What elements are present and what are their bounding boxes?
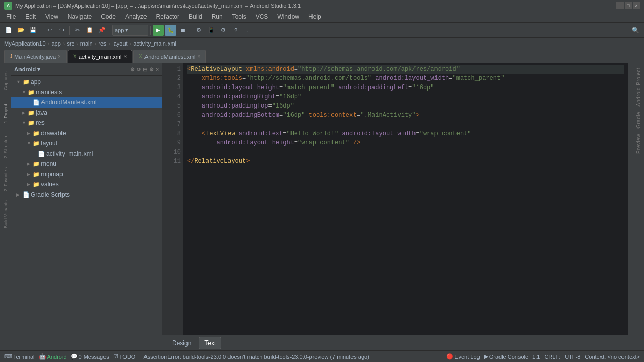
toolbar-extra-btn[interactable]: … (242, 25, 254, 36)
menu-run[interactable]: Run (207, 12, 227, 22)
help-btn[interactable]: ? (230, 25, 241, 36)
toolbar-sep2 (69, 26, 70, 35)
tab-activity-main-xml[interactable]: X activity_main.xml × (68, 50, 132, 63)
menu-analyze[interactable]: Analyze (121, 12, 151, 22)
gradle-panel-btn[interactable]: Gradle (635, 110, 642, 131)
android-panel-btn[interactable]: 🤖 Android (39, 353, 67, 360)
text-tab[interactable]: Text (199, 337, 221, 349)
tree-item-values[interactable]: ▶ 📁 values (11, 179, 162, 189)
code-line-9: android:layout_height="wrap_content" /> (187, 138, 624, 147)
sidebar-settings-icon[interactable]: ⚙ (149, 67, 154, 72)
tree-item-drawable[interactable]: ▶ 📁 drawable (11, 128, 162, 138)
settings-btn[interactable]: ⚙ (218, 25, 229, 36)
menu-view[interactable]: View (41, 12, 63, 22)
tree-item-gradle-scripts[interactable]: ▶ 📄 Gradle Scripts (11, 189, 162, 200)
menu-file[interactable]: File (2, 12, 20, 22)
code-editor[interactable]: <RelativeLayout xmlns:android="http://sc… (183, 63, 628, 335)
tree-item-menu[interactable]: ▶ 📁 menu (11, 159, 162, 169)
toolbar-open-btn[interactable]: 📂 (15, 25, 27, 36)
preview-panel-btn[interactable]: Preview (635, 132, 642, 156)
gradle-console-btn[interactable]: ▶ Gradle Console (484, 353, 528, 360)
tree-item-androidmanifest[interactable]: 📄 AndroidManifest.xml (11, 97, 162, 108)
code-line-11: </RelativeLayout> (187, 157, 624, 166)
toolbar-new-btn[interactable]: 📄 (3, 25, 14, 36)
toolbar-sep3 (110, 26, 110, 35)
maximize-button[interactable]: □ (625, 2, 632, 9)
menu-tools[interactable]: Tools (228, 12, 251, 22)
menu-refactor[interactable]: Refactor (152, 12, 183, 22)
tree-label-layout: layout (41, 140, 57, 147)
menu-help[interactable]: Help (304, 12, 325, 22)
breadcrumb-main[interactable]: main (80, 40, 93, 47)
toolbar-undo-btn[interactable]: ↩ (44, 25, 55, 36)
tab-mainactivity-close[interactable]: × (58, 54, 61, 59)
project-panel-btn[interactable]: 1: Project (1, 98, 10, 129)
toolbar-cut-btn[interactable]: ✂ (72, 25, 83, 36)
tab-androidmanifest-close[interactable]: × (198, 54, 201, 59)
search-everywhere-btn[interactable]: 🔍 (630, 25, 641, 36)
toolbar-paste-btn[interactable]: 📌 (96, 25, 108, 36)
terminal-btn[interactable]: ⌨ Terminal (4, 353, 35, 360)
menu-window[interactable]: Window (273, 12, 303, 22)
breadcrumb-app[interactable]: app (51, 40, 60, 47)
close-button[interactable]: × (633, 2, 640, 9)
structure-panel-btn[interactable]: 2: Structure (1, 131, 10, 162)
minimize-button[interactable]: – (616, 2, 624, 9)
sidebar-gear-icon[interactable]: ⚙ (130, 67, 135, 72)
menu-vcs[interactable]: VCS (252, 12, 273, 22)
android-project-panel-btn[interactable]: Android Project (635, 66, 642, 109)
toolbar-redo-btn[interactable]: ↪ (56, 25, 67, 36)
avd-manager-btn[interactable]: 📱 (205, 25, 217, 36)
toolbar-copy-btn[interactable]: 📋 (84, 25, 95, 36)
window-controls[interactable]: – □ × (616, 2, 640, 9)
breadcrumb-file[interactable]: activity_main.xml (133, 40, 176, 47)
stop-button[interactable]: ⏹ (177, 25, 189, 36)
editor-bottom-tabs: Design Text (162, 335, 633, 350)
code-line-10 (187, 147, 624, 157)
favorites-panel-btn[interactable]: 2: Favorites (1, 164, 10, 195)
tree-item-mipmap[interactable]: ▶ 📁 mipmap (11, 169, 162, 179)
tree-item-java[interactable]: ▶ 📁 java (11, 108, 162, 118)
event-log-btn[interactable]: 🔴 Event Log (446, 353, 480, 360)
menu-edit[interactable]: Edit (21, 12, 40, 22)
build-variants-btn[interactable]: Build Variants (1, 197, 10, 232)
sidebar-close-icon[interactable]: × (156, 67, 159, 72)
sidebar-dropdown[interactable]: Android ▾ (14, 66, 40, 73)
captures-panel-btn[interactable]: Captures (1, 66, 10, 96)
editor-vertical-scrollbar[interactable] (628, 63, 633, 335)
sdk-manager-btn[interactable]: ⚙ (193, 25, 204, 36)
tree-item-layout[interactable]: ▼ 📁 layout (11, 138, 162, 148)
toolbar-search: 🔍 (630, 25, 641, 36)
tab-androidmanifest[interactable]: X AndroidManifest.xml × (133, 50, 206, 63)
menu-navigate[interactable]: Navigate (64, 12, 96, 22)
run-config-dropdown[interactable]: app▾ (112, 25, 148, 36)
run-button[interactable]: ▶ (153, 25, 164, 36)
code-line-5: android:paddingTop="16dp" (187, 101, 624, 111)
tree-item-app[interactable]: ▼ 📁 app (11, 77, 162, 87)
breadcrumb-src[interactable]: src (67, 40, 74, 47)
folder-icon-java: 📁 (28, 110, 35, 116)
tree-item-manifests[interactable]: ▼ 📁 manifests (11, 87, 162, 97)
line-ending: CRLF: (544, 354, 560, 360)
toolbar-save-btn[interactable]: 💾 (28, 25, 39, 36)
gradle-console-label: Gradle Console (489, 354, 528, 360)
menu-code[interactable]: Code (97, 12, 120, 22)
debug-button[interactable]: 🐛 (165, 25, 176, 36)
breadcrumb-bar: MyApplication10 › app › src › main › res… (0, 38, 644, 49)
folder-icon-layout: 📁 (33, 140, 40, 147)
folder-icon-drawable: 📁 (33, 130, 40, 137)
tree-item-res[interactable]: ▼ 📁 res (11, 118, 162, 128)
design-tab[interactable]: Design (167, 337, 197, 349)
tab-mainactivity[interactable]: J MainActivity.java × (4, 50, 67, 63)
sidebar-sync-icon[interactable]: ⟳ (137, 67, 141, 72)
tab-activity-main-close[interactable]: × (123, 54, 127, 59)
breadcrumb-layout[interactable]: layout (112, 40, 127, 47)
folder-icon-res: 📁 (28, 120, 35, 126)
breadcrumb-res[interactable]: res (98, 40, 106, 47)
todo-btn[interactable]: ☑ TODO (113, 353, 136, 360)
tree-item-activity-main[interactable]: 📄 activity_main.xml (11, 148, 162, 159)
breadcrumb-myapp[interactable]: MyApplication10 (4, 40, 46, 47)
menu-build[interactable]: Build (184, 12, 206, 22)
sidebar-collapse-icon[interactable]: ⊟ (143, 67, 147, 72)
messages-btn[interactable]: 💬 0 Messages (71, 353, 109, 360)
